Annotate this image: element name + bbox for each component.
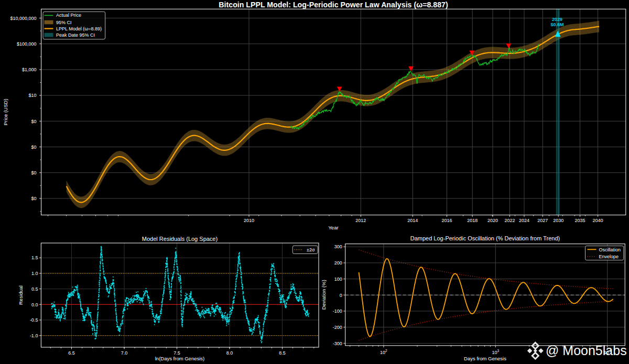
- svg-text:Damped Log-Periodic Oscillatio: Damped Log-Periodic Oscillation (% Devia…: [410, 235, 560, 241]
- svg-text:Bitcoin LPPL Model: Log-Period: Bitcoin LPPL Model: Log-Periodic Power L…: [219, 1, 448, 9]
- svg-text:0.5: 0.5: [31, 286, 38, 292]
- svg-text:8.0: 8.0: [226, 350, 233, 356]
- svg-text:$0: $0: [31, 119, 36, 124]
- svg-text:2010: 2010: [244, 218, 254, 223]
- svg-text:$0: $0: [31, 145, 36, 150]
- svg-text:2016: 2016: [441, 218, 452, 223]
- svg-text:1.5: 1.5: [31, 255, 38, 260]
- svg-text:$10: $10: [28, 93, 36, 98]
- svg-text:$0: $0: [31, 196, 36, 201]
- svg-text:7.0: 7.0: [121, 350, 128, 356]
- svg-text:95% CI: 95% CI: [56, 20, 72, 25]
- svg-text:2024: 2024: [519, 218, 529, 223]
- svg-text:2018: 2018: [467, 218, 478, 223]
- svg-text:2012: 2012: [355, 218, 366, 223]
- svg-text:$0: $0: [31, 170, 36, 175]
- svg-text:2022: 2022: [504, 218, 515, 223]
- svg-text:$0.6M: $0.6M: [550, 22, 563, 27]
- svg-text:$10,000,000: $10,000,000: [10, 16, 36, 21]
- svg-text:Model Residuals (Log Space): Model Residuals (Log Space): [142, 236, 218, 242]
- svg-text:Peak Date 95% CI: Peak Date 95% CI: [56, 32, 95, 38]
- svg-text:300: 300: [334, 244, 342, 249]
- svg-text:2014: 2014: [407, 218, 418, 223]
- svg-text:0: 0: [340, 293, 342, 298]
- svg-text:0.0: 0.0: [31, 302, 38, 307]
- svg-text:Oscillation: Oscillation: [599, 247, 621, 252]
- svg-text:Envelope: Envelope: [599, 254, 619, 259]
- svg-text:±2σ: ±2σ: [307, 247, 315, 252]
- svg-text:2030: 2030: [553, 218, 563, 223]
- svg-text:Residual: Residual: [18, 285, 24, 305]
- svg-text:100: 100: [334, 277, 342, 282]
- svg-text:-100: -100: [333, 308, 342, 314]
- svg-text:8.5: 8.5: [279, 350, 286, 356]
- svg-text:ln(Days from Genesis): ln(Days from Genesis): [155, 356, 205, 361]
- svg-text:2027: 2027: [537, 218, 548, 223]
- svg-text:200: 200: [334, 260, 342, 266]
- svg-text:-200: -200: [333, 325, 342, 330]
- svg-text:2040: 2040: [593, 218, 603, 223]
- svg-text:Actual Price: Actual Price: [56, 13, 81, 18]
- svg-text:2020: 2020: [487, 218, 498, 223]
- svg-text:2029: 2029: [552, 17, 562, 22]
- svg-text:Year: Year: [328, 225, 338, 230]
- svg-text:$100,000: $100,000: [17, 41, 37, 47]
- svg-text:Days from Genesis: Days from Genesis: [464, 356, 506, 361]
- svg-text:2035: 2035: [574, 218, 585, 223]
- svg-text:-0.5: -0.5: [30, 317, 38, 323]
- svg-text:@ Moon5labs: @ Moon5labs: [546, 343, 627, 358]
- svg-text:-300: -300: [333, 341, 342, 346]
- svg-text:-1.0: -1.0: [30, 333, 38, 338]
- svg-text:7.5: 7.5: [173, 350, 180, 356]
- svg-text:Price (USD): Price (USD): [3, 99, 8, 126]
- svg-text:1.0: 1.0: [31, 271, 38, 276]
- svg-text:$1,000: $1,000: [22, 67, 37, 72]
- svg-text:6.5: 6.5: [68, 350, 75, 356]
- svg-text:Deviation (%): Deviation (%): [321, 280, 327, 310]
- svg-text:LPPL Model (ω=8.89): LPPL Model (ω=8.89): [56, 26, 102, 31]
